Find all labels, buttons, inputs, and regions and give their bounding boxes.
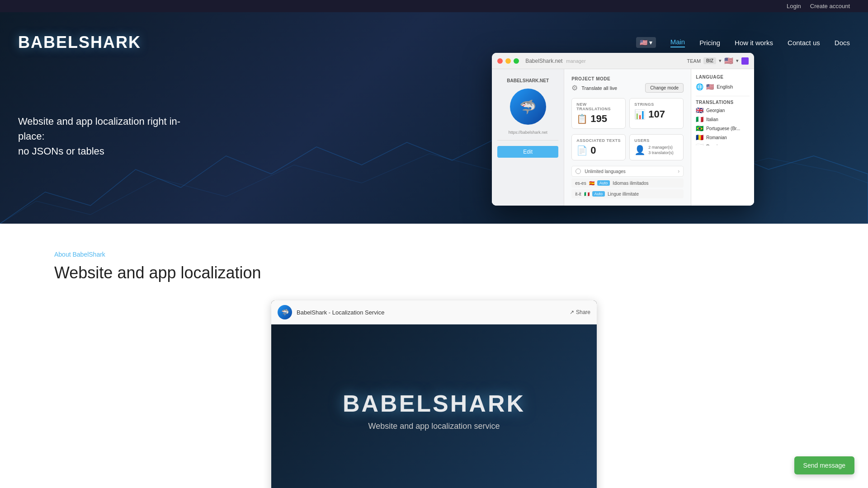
flag-portuguese: 🇧🇷 — [696, 125, 703, 132]
unlimited-label: Unlimited languages — [585, 169, 674, 174]
trans-romanian: 🇷🇴 Romanian — [696, 134, 750, 141]
video-main[interactable]: BABELSHARK Website and app localization … — [271, 324, 597, 488]
lang-selector[interactable]: 🇺🇸 ▾ — [636, 37, 656, 48]
send-message-button[interactable]: Send message — [794, 456, 854, 474]
hero-tagline: Website and app localization right in-pl… — [18, 114, 199, 159]
managers-count: 2 manager(s) — [648, 145, 674, 150]
share-label: Share — [576, 309, 590, 315]
change-mode-button[interactable]: Change mode — [645, 83, 684, 93]
associated-texts-stat: ASSOCIATED TEXTS 📄 0 — [571, 134, 626, 160]
pair-text-it: Lingue illimitate — [608, 192, 639, 197]
pair-text-es: Idiomas ilimitados — [613, 181, 648, 186]
lang-italian: Italian — [706, 117, 718, 122]
doc-icon: 📄 — [576, 145, 588, 156]
hero-section: BABELSHARK 🇺🇸 ▾ Main Pricing How it work… — [0, 12, 868, 224]
nav-docs[interactable]: Docs — [835, 39, 850, 47]
create-account-link[interactable]: Create account — [810, 3, 850, 9]
hero-left: Website and app localization right in-pl… — [18, 96, 396, 159]
logo: BABELSHARK — [18, 33, 636, 52]
nav-contact[interactable]: Contact us — [788, 39, 820, 47]
strings-label: STRINGS — [634, 102, 679, 107]
nav-links: 🇺🇸 ▾ Main Pricing How it works Contact u… — [636, 37, 850, 48]
share-button[interactable]: ↗ Share — [570, 309, 590, 315]
project-mode-title: PROJECT MODE — [571, 76, 684, 81]
stats-row-2: ASSOCIATED TEXTS 📄 0 USERS 👤 2 — [571, 134, 684, 160]
strings-value-row: 📊 107 — [634, 108, 679, 120]
titlebar-right: TEAM BIZ ▾ 🇺🇸 ▾ — [687, 56, 749, 65]
titlebar-badge: manager — [566, 58, 585, 64]
sliders-icon: ⚙ — [571, 84, 578, 92]
current-language-name: English — [717, 84, 733, 89]
main-panel: PROJECT MODE ⚙ Translate all live Change… — [564, 69, 691, 206]
user-icon: 👤 — [634, 145, 646, 155]
lang-romanian: Romanian — [706, 135, 727, 140]
nav-how-it-works[interactable]: How it works — [735, 39, 773, 47]
about-label: About BabelShark — [54, 251, 814, 258]
project-mode-section: PROJECT MODE ⚙ Translate all live Change… — [571, 76, 684, 93]
app-sidebar: BABELSHARK.NET 🦈 https://babelshark.net … — [492, 69, 564, 206]
about-section: About BabelShark Website and app localiz… — [0, 224, 868, 488]
edit-button[interactable]: Edit — [497, 146, 558, 158]
app-window: BabelShark.net manager TEAM BIZ ▾ 🇺🇸 ▾ B… — [492, 53, 754, 206]
users-counts: 2 manager(s) 3 translator(s) — [648, 145, 674, 155]
video-channel: BabelShark - Localization Service — [297, 309, 565, 316]
video-header: 🦈 BabelShark - Localization Service ↗ Sh… — [271, 300, 597, 324]
window-close-dot[interactable] — [497, 58, 503, 64]
login-link[interactable]: Login — [787, 3, 801, 9]
current-language-flag: 🇺🇸 — [706, 83, 714, 90]
lang-georgian: Georgian — [706, 108, 725, 113]
trans-russian: 🇷🇺 Russian — [696, 143, 750, 145]
clipboard-icon: 📋 — [576, 113, 588, 124]
titlebar-site: BabelShark.net — [525, 58, 562, 64]
language-panel: LANGUAGE 🌐 🇺🇸 English TRANSLATIONS 🇬🇧 Ge… — [691, 69, 754, 206]
window-body: BABELSHARK.NET 🦈 https://babelshark.net … — [492, 69, 754, 206]
lang-portuguese: Portuguese (Br... — [706, 126, 740, 131]
project-mode-row: ⚙ Translate all live Change mode — [571, 83, 684, 93]
titlebar-info: BabelShark.net manager — [525, 58, 684, 64]
users-label: USERS — [634, 138, 679, 143]
flag-it: 🇮🇹 — [584, 192, 590, 197]
language-section-title: LANGUAGE — [696, 75, 750, 80]
video-subtitle: Website and app localization service — [368, 422, 500, 431]
associated-texts-number: 0 — [590, 145, 596, 156]
users-value-row: 👤 2 manager(s) 3 translator(s) — [634, 145, 679, 155]
new-translations-number: 195 — [590, 113, 607, 125]
arrow-right-icon: › — [678, 168, 679, 174]
pair-code-es: es-es — [575, 181, 586, 186]
team-dropdown-icon[interactable]: ▾ — [719, 58, 722, 64]
window-maximize-dot[interactable] — [514, 58, 519, 64]
unlimited-row[interactable]: Unlimited languages › — [571, 166, 684, 177]
associated-texts-value-row: 📄 0 — [576, 145, 621, 156]
bottom-rows: Unlimited languages › es-es 🇪🇸 Auto Idio… — [571, 166, 684, 198]
team-badge: BIZ — [703, 57, 716, 64]
sidebar-avatar: 🦈 — [510, 89, 546, 125]
flag-es: 🇪🇸 — [589, 181, 594, 186]
new-translations-value-row: 📋 195 — [576, 113, 621, 125]
hero-right: BabelShark.net manager TEAM BIZ ▾ 🇺🇸 ▾ B… — [396, 48, 850, 206]
stats-row-1: NEW TRANSLATIONS 📋 195 STRINGS 📊 107 — [571, 98, 684, 129]
auto-badge-it: Auto — [592, 191, 605, 197]
navbar: BABELSHARK 🇺🇸 ▾ Main Pricing How it work… — [0, 28, 868, 57]
flag-georgian: 🇬🇧 — [696, 107, 703, 114]
top-bar: Login Create account — [0, 0, 868, 12]
current-language-item: 🌐 🇺🇸 English — [696, 83, 750, 90]
tagline-line2: no JSONs or tables — [18, 145, 104, 157]
video-logo-text: BABELSHARK — [343, 390, 525, 417]
share-icon: ↗ — [570, 309, 574, 315]
window-minimize-dot[interactable] — [505, 58, 511, 64]
users-stat: USERS 👤 2 manager(s) 3 translator(s) — [629, 134, 684, 160]
purple-square-icon[interactable] — [741, 57, 749, 65]
current-language-globe: 🌐 — [696, 83, 703, 90]
new-translations-stat: NEW TRANSLATIONS 📋 195 — [571, 98, 626, 129]
nav-pricing[interactable]: Pricing — [699, 39, 720, 47]
yt-logo: 🦈 — [278, 305, 292, 319]
tagline-line1: Website and app localization right in-pl… — [18, 116, 180, 142]
pair-code-it: it-it — [575, 192, 581, 197]
titlebar-flag[interactable]: 🇺🇸 — [724, 56, 733, 65]
translations-title: TRANSLATIONS — [696, 100, 750, 105]
strings-stat: STRINGS 📊 107 — [629, 98, 684, 129]
chevron-down-icon: ▾ — [649, 39, 652, 46]
lang-flag: 🇺🇸 — [640, 39, 647, 46]
titlebar-flag-dropdown[interactable]: ▾ — [736, 58, 739, 64]
nav-main[interactable]: Main — [670, 38, 685, 47]
